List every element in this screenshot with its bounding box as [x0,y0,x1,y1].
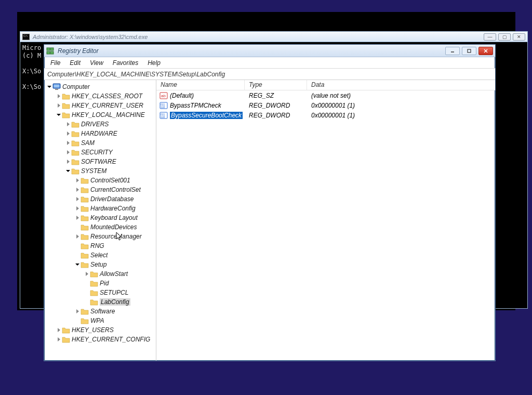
tree-ccs[interactable]: CurrentControlSet [46,185,155,194]
caret-icon[interactable] [46,85,52,89]
regedit-tree[interactable]: Computer HKEY_CLASSES_ROOT HKEY_CURRENT_… [44,80,156,361]
tree-system[interactable]: SYSTEM [46,166,155,176]
values-header[interactable]: Name Type Data [156,80,495,90]
caret-icon[interactable] [74,197,81,201]
value-data: (value not set) [307,92,495,99]
tree-wpa[interactable]: WPA [46,316,155,325]
tree-setup[interactable]: Setup [46,260,155,269]
tree-security[interactable]: SECURITY [46,148,155,157]
folder-icon [81,317,89,324]
values-list[interactable]: ab (Default) REG_SZ (value not set) 0111… [156,90,495,361]
menu-file[interactable]: File [46,58,64,68]
value-row-bypasssecureboot[interactable]: 011110 BypassSecureBootCheck REG_DWORD 0… [156,110,495,120]
tree-cs001[interactable]: ControlSet001 [46,176,155,185]
tree-hkcr[interactable]: HKEY_CLASSES_ROOT [46,91,155,101]
regedit-menubar: File Edit View Favorites Help [44,57,495,69]
caret-icon[interactable] [74,206,81,210]
tree-hardware[interactable]: HARDWARE [46,129,155,138]
regedit-address-text: Computer\HKEY_LOCAL_MACHINE\SYSTEM\Setup… [47,71,225,78]
regedit-window[interactable]: Registry Editor File Edit View Favorites… [44,44,496,361]
tree-hku[interactable]: HKEY_USERS [46,325,155,335]
folder-icon [71,149,79,156]
tree-software[interactable]: Software [46,307,155,316]
caret-icon[interactable] [56,94,62,98]
tree-resmgr[interactable]: ResourceManager [46,232,155,241]
caret-icon[interactable] [65,150,71,154]
tree-allowstart[interactable]: AllowStart [46,269,155,279]
tree-label: Pid [100,280,109,287]
regedit-close-button[interactable] [478,47,493,55]
caret-icon[interactable] [74,178,81,182]
tree-select[interactable]: Select [46,251,155,260]
tree-drivers[interactable]: DRIVERS [46,120,155,129]
regedit-maximize-button[interactable] [462,47,476,55]
caret-icon[interactable] [65,141,71,145]
menu-favorites[interactable]: Favorites [109,58,142,68]
menu-edit[interactable]: Edit [65,58,85,68]
caret-icon[interactable] [74,309,81,313]
caret-icon[interactable] [56,113,62,117]
folder-icon [81,223,89,231]
col-name[interactable]: Name [156,80,245,90]
value-data: 0x00000001 (1) [307,102,495,109]
regedit-values-pane[interactable]: Name Type Data ab (Default) REG_SZ (valu… [156,80,495,361]
caret-icon[interactable] [56,328,62,332]
value-row-default[interactable]: ab (Default) REG_SZ (value not set) [156,90,495,100]
folder-icon [81,233,89,240]
tree-label: Keyboard Layout [90,214,138,221]
caret-icon[interactable] [65,131,71,136]
menu-view[interactable]: View [86,58,108,68]
caret-icon[interactable] [84,272,90,276]
folder-icon [62,102,70,109]
tree-pid[interactable]: Pid [46,279,155,288]
tree-label: HKEY_CLASSES_ROOT [72,93,142,100]
caret-icon[interactable] [74,234,81,239]
dword-value-icon: 011110 [159,112,168,119]
tree-kbl[interactable]: Keyboard Layout [46,213,155,222]
caret-icon[interactable] [65,122,71,126]
caret-icon[interactable] [65,160,71,164]
tree-label: HKEY_USERS [72,326,114,334]
tree-hkcu[interactable]: HKEY_CURRENT_USER [46,101,155,110]
cmd-close-button[interactable]: ✕ [513,33,525,41]
col-data[interactable]: Data [307,80,495,90]
caret-icon[interactable] [56,103,62,108]
tree-hwcfg[interactable]: HardwareConfig [46,204,155,213]
tree-label: SECURITY [81,149,113,156]
tree-label: SETUPCL [100,289,128,296]
cmd-titlebar[interactable]: Administrator: X:\windows\system32\cmd.e… [20,32,527,42]
regedit-titlebar[interactable]: Registry Editor [44,45,495,57]
regedit-minimize-button[interactable] [445,47,460,55]
tree-label: Software [90,308,115,315]
tree-setupcl[interactable]: SETUPCL [46,288,155,297]
tree-rng[interactable]: RNG [46,241,155,251]
tree-hkcc[interactable]: HKEY_CURRENT_CONFIG [46,335,155,344]
svg-rect-1 [50,48,54,50]
tree-label: HKEY_CURRENT_CONFIG [72,336,150,343]
tree-label: HARDWARE [81,130,117,137]
value-data: 0x00000001 (1) [307,112,495,119]
tree-hklm[interactable]: HKEY_LOCAL_MACHINE [46,110,155,120]
caret-icon[interactable] [74,188,81,192]
cmd-minimize-button[interactable]: — [484,33,496,41]
caret-icon[interactable] [74,216,81,220]
tree-labconfig[interactable]: LabConfig [46,297,155,307]
tree-computer[interactable]: Computer [46,82,155,91]
regedit-address-bar[interactable]: Computer\HKEY_LOCAL_MACHINE\SYSTEM\Setup… [44,69,495,80]
tree-software-caps[interactable]: SOFTWARE [46,157,155,166]
folder-icon [71,130,79,137]
tree-label: ResourceManager [90,233,142,240]
caret-icon[interactable] [56,337,62,341]
tree-drvdb[interactable]: DriverDatabase [46,194,155,204]
tree-label: SOFTWARE [81,158,116,165]
caret-icon[interactable] [74,262,81,267]
value-row-bypasstpm[interactable]: 011110 BypassTPMCheck REG_DWORD 0x000000… [156,100,495,110]
tree-mdev[interactable]: MountedDevices [46,222,155,232]
menu-help[interactable]: Help [143,58,165,68]
cmd-maximize-button[interactable]: ▢ [498,33,511,41]
regedit-icon [46,47,55,55]
tree-sam[interactable]: SAM [46,138,155,148]
col-type[interactable]: Type [245,80,307,90]
caret-icon[interactable] [65,169,71,173]
tree-label: DriverDatabase [90,195,134,203]
